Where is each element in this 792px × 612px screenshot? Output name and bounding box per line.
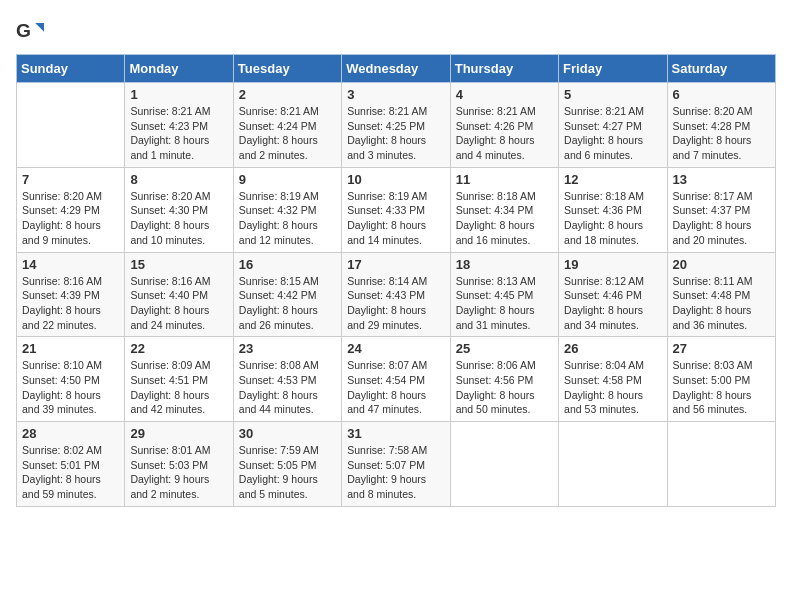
- day-number: 30: [239, 426, 336, 441]
- day-number: 15: [130, 257, 227, 272]
- weekday-header-friday: Friday: [559, 55, 667, 83]
- day-cell: 19 Sunrise: 8:12 AMSunset: 4:46 PMDaylig…: [559, 252, 667, 337]
- day-number: 23: [239, 341, 336, 356]
- day-cell: 22 Sunrise: 8:09 AMSunset: 4:51 PMDaylig…: [125, 337, 233, 422]
- day-number: 28: [22, 426, 119, 441]
- day-number: 3: [347, 87, 444, 102]
- logo: G: [16, 16, 48, 44]
- day-cell: 24 Sunrise: 8:07 AMSunset: 4:54 PMDaylig…: [342, 337, 450, 422]
- day-cell: 8 Sunrise: 8:20 AMSunset: 4:30 PMDayligh…: [125, 167, 233, 252]
- day-cell: 20 Sunrise: 8:11 AMSunset: 4:48 PMDaylig…: [667, 252, 775, 337]
- day-info: Sunrise: 8:03 AMSunset: 5:00 PMDaylight:…: [673, 358, 770, 417]
- day-number: 21: [22, 341, 119, 356]
- day-number: 26: [564, 341, 661, 356]
- calendar-table: SundayMondayTuesdayWednesdayThursdayFrid…: [16, 54, 776, 507]
- day-cell: 25 Sunrise: 8:06 AMSunset: 4:56 PMDaylig…: [450, 337, 558, 422]
- day-number: 27: [673, 341, 770, 356]
- day-info: Sunrise: 8:10 AMSunset: 4:50 PMDaylight:…: [22, 358, 119, 417]
- week-row-3: 14 Sunrise: 8:16 AMSunset: 4:39 PMDaylig…: [17, 252, 776, 337]
- week-row-5: 28 Sunrise: 8:02 AMSunset: 5:01 PMDaylig…: [17, 422, 776, 507]
- day-number: 19: [564, 257, 661, 272]
- day-info: Sunrise: 8:15 AMSunset: 4:42 PMDaylight:…: [239, 274, 336, 333]
- day-number: 1: [130, 87, 227, 102]
- day-number: 31: [347, 426, 444, 441]
- day-info: Sunrise: 8:16 AMSunset: 4:40 PMDaylight:…: [130, 274, 227, 333]
- day-number: 4: [456, 87, 553, 102]
- header: G: [16, 16, 776, 44]
- day-cell: [667, 422, 775, 507]
- day-cell: 17 Sunrise: 8:14 AMSunset: 4:43 PMDaylig…: [342, 252, 450, 337]
- day-cell: 11 Sunrise: 8:18 AMSunset: 4:34 PMDaylig…: [450, 167, 558, 252]
- day-cell: 23 Sunrise: 8:08 AMSunset: 4:53 PMDaylig…: [233, 337, 341, 422]
- day-number: 6: [673, 87, 770, 102]
- day-cell: 12 Sunrise: 8:18 AMSunset: 4:36 PMDaylig…: [559, 167, 667, 252]
- day-cell: 3 Sunrise: 8:21 AMSunset: 4:25 PMDayligh…: [342, 83, 450, 168]
- day-number: 5: [564, 87, 661, 102]
- weekday-header-sunday: Sunday: [17, 55, 125, 83]
- day-number: 8: [130, 172, 227, 187]
- day-info: Sunrise: 8:06 AMSunset: 4:56 PMDaylight:…: [456, 358, 553, 417]
- day-info: Sunrise: 8:13 AMSunset: 4:45 PMDaylight:…: [456, 274, 553, 333]
- day-number: 18: [456, 257, 553, 272]
- weekday-header-wednesday: Wednesday: [342, 55, 450, 83]
- day-number: 11: [456, 172, 553, 187]
- day-cell: 10 Sunrise: 8:19 AMSunset: 4:33 PMDaylig…: [342, 167, 450, 252]
- day-number: 25: [456, 341, 553, 356]
- day-cell: 2 Sunrise: 8:21 AMSunset: 4:24 PMDayligh…: [233, 83, 341, 168]
- day-number: 17: [347, 257, 444, 272]
- day-number: 29: [130, 426, 227, 441]
- day-info: Sunrise: 8:21 AMSunset: 4:27 PMDaylight:…: [564, 104, 661, 163]
- day-info: Sunrise: 8:07 AMSunset: 4:54 PMDaylight:…: [347, 358, 444, 417]
- day-info: Sunrise: 8:11 AMSunset: 4:48 PMDaylight:…: [673, 274, 770, 333]
- day-cell: 21 Sunrise: 8:10 AMSunset: 4:50 PMDaylig…: [17, 337, 125, 422]
- day-info: Sunrise: 7:59 AMSunset: 5:05 PMDaylight:…: [239, 443, 336, 502]
- day-cell: 27 Sunrise: 8:03 AMSunset: 5:00 PMDaylig…: [667, 337, 775, 422]
- day-info: Sunrise: 8:21 AMSunset: 4:26 PMDaylight:…: [456, 104, 553, 163]
- day-number: 24: [347, 341, 444, 356]
- week-row-1: 1 Sunrise: 8:21 AMSunset: 4:23 PMDayligh…: [17, 83, 776, 168]
- day-number: 16: [239, 257, 336, 272]
- weekday-header-tuesday: Tuesday: [233, 55, 341, 83]
- weekday-header-thursday: Thursday: [450, 55, 558, 83]
- day-number: 13: [673, 172, 770, 187]
- day-cell: 14 Sunrise: 8:16 AMSunset: 4:39 PMDaylig…: [17, 252, 125, 337]
- day-cell: 7 Sunrise: 8:20 AMSunset: 4:29 PMDayligh…: [17, 167, 125, 252]
- day-info: Sunrise: 8:19 AMSunset: 4:33 PMDaylight:…: [347, 189, 444, 248]
- day-cell: 6 Sunrise: 8:20 AMSunset: 4:28 PMDayligh…: [667, 83, 775, 168]
- day-cell: [450, 422, 558, 507]
- day-number: 14: [22, 257, 119, 272]
- week-row-4: 21 Sunrise: 8:10 AMSunset: 4:50 PMDaylig…: [17, 337, 776, 422]
- day-info: Sunrise: 8:14 AMSunset: 4:43 PMDaylight:…: [347, 274, 444, 333]
- day-cell: 26 Sunrise: 8:04 AMSunset: 4:58 PMDaylig…: [559, 337, 667, 422]
- day-info: Sunrise: 8:18 AMSunset: 4:34 PMDaylight:…: [456, 189, 553, 248]
- svg-text:G: G: [16, 20, 31, 41]
- day-info: Sunrise: 8:21 AMSunset: 4:24 PMDaylight:…: [239, 104, 336, 163]
- day-info: Sunrise: 8:20 AMSunset: 4:29 PMDaylight:…: [22, 189, 119, 248]
- day-cell: [559, 422, 667, 507]
- day-info: Sunrise: 8:17 AMSunset: 4:37 PMDaylight:…: [673, 189, 770, 248]
- day-info: Sunrise: 8:20 AMSunset: 4:30 PMDaylight:…: [130, 189, 227, 248]
- weekday-header-row: SundayMondayTuesdayWednesdayThursdayFrid…: [17, 55, 776, 83]
- day-info: Sunrise: 8:08 AMSunset: 4:53 PMDaylight:…: [239, 358, 336, 417]
- day-cell: 4 Sunrise: 8:21 AMSunset: 4:26 PMDayligh…: [450, 83, 558, 168]
- day-info: Sunrise: 8:20 AMSunset: 4:28 PMDaylight:…: [673, 104, 770, 163]
- day-info: Sunrise: 8:21 AMSunset: 4:25 PMDaylight:…: [347, 104, 444, 163]
- day-number: 2: [239, 87, 336, 102]
- weekday-header-saturday: Saturday: [667, 55, 775, 83]
- svg-marker-1: [35, 23, 44, 32]
- day-cell: 28 Sunrise: 8:02 AMSunset: 5:01 PMDaylig…: [17, 422, 125, 507]
- day-cell: 15 Sunrise: 8:16 AMSunset: 4:40 PMDaylig…: [125, 252, 233, 337]
- weekday-header-monday: Monday: [125, 55, 233, 83]
- day-cell: 31 Sunrise: 7:58 AMSunset: 5:07 PMDaylig…: [342, 422, 450, 507]
- day-number: 9: [239, 172, 336, 187]
- day-info: Sunrise: 8:21 AMSunset: 4:23 PMDaylight:…: [130, 104, 227, 163]
- day-info: Sunrise: 8:09 AMSunset: 4:51 PMDaylight:…: [130, 358, 227, 417]
- day-cell: 30 Sunrise: 7:59 AMSunset: 5:05 PMDaylig…: [233, 422, 341, 507]
- day-info: Sunrise: 8:12 AMSunset: 4:46 PMDaylight:…: [564, 274, 661, 333]
- day-cell: 13 Sunrise: 8:17 AMSunset: 4:37 PMDaylig…: [667, 167, 775, 252]
- day-cell: 9 Sunrise: 8:19 AMSunset: 4:32 PMDayligh…: [233, 167, 341, 252]
- day-cell: 29 Sunrise: 8:01 AMSunset: 5:03 PMDaylig…: [125, 422, 233, 507]
- day-info: Sunrise: 8:19 AMSunset: 4:32 PMDaylight:…: [239, 189, 336, 248]
- week-row-2: 7 Sunrise: 8:20 AMSunset: 4:29 PMDayligh…: [17, 167, 776, 252]
- day-number: 22: [130, 341, 227, 356]
